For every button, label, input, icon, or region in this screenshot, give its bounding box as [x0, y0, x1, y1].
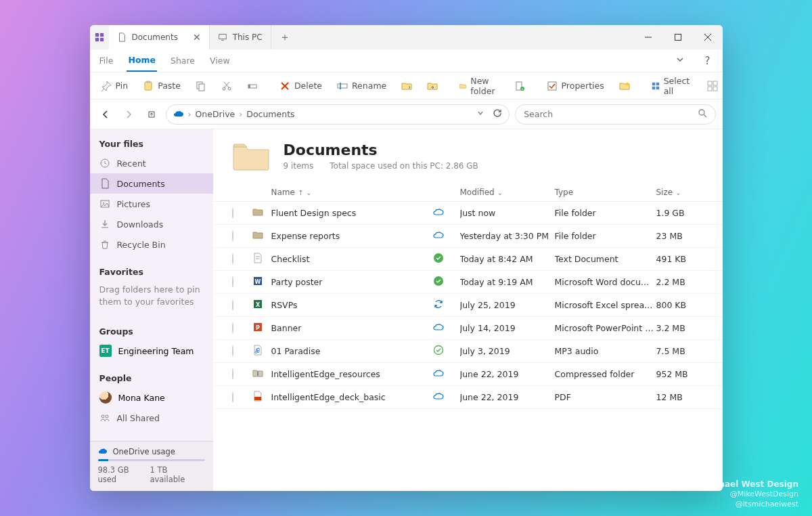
file-type: Compressed folder — [555, 369, 656, 379]
svg-rect-12 — [199, 84, 204, 91]
svg-rect-31 — [656, 86, 658, 89]
select-all-button[interactable]: Select all — [648, 73, 697, 99]
forward-button[interactable] — [120, 106, 137, 123]
breadcrumb[interactable]: › OneDrive › Documents — [166, 104, 510, 125]
row-select-icon[interactable] — [232, 391, 233, 403]
back-button[interactable] — [97, 106, 114, 123]
svg-text:W: W — [254, 279, 261, 285]
properties-icon — [547, 81, 558, 91]
table-row[interactable]: Fluent Design specsJust nowFile folder1.… — [213, 202, 723, 225]
row-select-icon[interactable] — [232, 345, 233, 357]
copy-button[interactable] — [191, 78, 210, 94]
sidebar-item-recent[interactable]: Recent — [90, 153, 213, 173]
copy-icon — [196, 81, 206, 91]
sidebar-footer: OneDrive usage 98.3 GB used 1 TB availab… — [90, 441, 213, 491]
column-name[interactable]: Name↑⌄ — [271, 188, 433, 197]
help-button[interactable]: ? — [701, 55, 715, 67]
row-select-icon[interactable] — [232, 207, 233, 219]
sidebar-item-documents[interactable]: Documents — [90, 173, 213, 194]
file-type: File folder — [555, 208, 656, 218]
tab-this-pc[interactable]: This PC — [210, 25, 271, 49]
svg-rect-30 — [652, 86, 654, 89]
menu-share[interactable]: Share — [169, 50, 196, 71]
menu-file[interactable]: File — [98, 50, 115, 71]
move-to-button[interactable] — [397, 78, 416, 94]
row-select-icon[interactable] — [232, 368, 233, 380]
svg-rect-22 — [340, 83, 341, 89]
search-box[interactable] — [515, 104, 715, 125]
file-modified: Yesterday at 3:30 PM — [460, 231, 555, 241]
recycle-icon — [99, 239, 110, 250]
new-tab-button[interactable]: ＋ — [271, 25, 298, 49]
tab-documents[interactable]: Documents✕ — [109, 25, 210, 49]
crumb-dropdown-icon[interactable] — [476, 109, 484, 119]
sync-status-icon — [433, 345, 444, 356]
crumb-leaf[interactable]: Documents — [246, 109, 294, 119]
svg-rect-33 — [713, 81, 717, 85]
sync-status-icon — [433, 253, 444, 263]
search-input[interactable] — [524, 109, 692, 119]
row-select-icon[interactable] — [232, 322, 233, 334]
open-button[interactable] — [615, 78, 634, 94]
table-row[interactable]: ChecklistToday at 8:42 AMText Document49… — [213, 248, 723, 271]
svg-point-47 — [106, 415, 108, 418]
file-modified: July 25, 2019 — [460, 300, 555, 310]
sidebar-item-pictures[interactable]: Pictures — [90, 194, 213, 214]
select-all-icon — [652, 81, 660, 91]
copy-path-button[interactable] — [243, 78, 262, 94]
properties-button[interactable]: Properties — [543, 78, 608, 94]
copy-to-button[interactable] — [423, 78, 442, 94]
row-select-icon[interactable] — [232, 276, 233, 288]
new-item-button[interactable]: + — [510, 78, 529, 94]
sidebar-item-recycle[interactable]: Recycle Bin — [90, 234, 213, 255]
close-button[interactable] — [693, 25, 723, 49]
pin-button[interactable]: Pin — [97, 78, 133, 94]
sidebar-group-engineering[interactable]: ETEngineering Team — [90, 341, 213, 361]
file-modified: Today at 9:19 AM — [460, 277, 555, 287]
file-name: IntelligentEdge_resources — [271, 369, 433, 379]
row-select-icon[interactable] — [232, 299, 233, 311]
refresh-button[interactable] — [493, 108, 502, 120]
crumb-root[interactable]: OneDrive — [196, 109, 235, 119]
rename-button[interactable]: Rename — [333, 78, 390, 94]
column-size[interactable]: Size⌄ — [656, 188, 704, 197]
table-row[interactable]: Expense reportsYesterday at 3:30 PMFile … — [213, 225, 723, 248]
row-select-icon[interactable] — [232, 230, 233, 242]
sync-status-icon — [433, 368, 444, 379]
item-count: 9 items — [284, 161, 314, 171]
table-row[interactable]: IntelligentEdge_resourcesJune 22, 2019Co… — [213, 363, 723, 386]
file-modified: June 22, 2019 — [460, 392, 555, 402]
sync-status-icon — [433, 322, 444, 332]
sidebar-person-mona[interactable]: Mona Kane — [90, 387, 213, 408]
menu-view[interactable]: View — [208, 50, 231, 71]
maximize-button[interactable] — [663, 25, 693, 49]
file-modified: June 22, 2019 — [460, 369, 555, 379]
table-row[interactable]: XRSVPsJuly 25, 2019Microsoft Excel sprea… — [213, 294, 723, 317]
titlebar: Documents✕This PC ＋ — [90, 25, 723, 49]
sidebar-item-downloads[interactable]: Downloads — [90, 214, 213, 234]
column-modified[interactable]: Modified⌄ — [460, 188, 555, 197]
table-row[interactable]: 01 ParadiseJuly 3, 2019MP3 audio7.5 MB — [213, 340, 723, 363]
up-button[interactable] — [143, 106, 160, 123]
cut-button[interactable] — [217, 78, 236, 94]
tab-close-icon[interactable]: ✕ — [193, 32, 201, 43]
table-row[interactable]: IntelligentEdge_deck_basicJune 22, 2019P… — [213, 386, 723, 409]
table-row[interactable]: PBannerJuly 14, 2019Microsoft PowerPoint… — [213, 317, 723, 340]
column-type[interactable]: Type — [555, 188, 656, 197]
content-area: Documents 9 items Total space used on th… — [213, 129, 723, 491]
sidebar-item-all-shared[interactable]: All Shared — [90, 408, 213, 428]
table-row[interactable]: WParty posterToday at 9:19 AMMicrosoft W… — [213, 271, 723, 294]
select-none-button[interactable] — [703, 78, 722, 94]
minimize-button[interactable] — [633, 25, 663, 49]
row-select-icon[interactable] — [232, 253, 233, 265]
file-explorer-window: Documents✕This PC ＋ File Home Share View… — [90, 25, 723, 491]
file-size: 12 MB — [656, 392, 704, 402]
delete-button[interactable]: Delete — [275, 78, 326, 94]
ribbon-collapse-icon[interactable] — [671, 55, 689, 66]
menu-home[interactable]: Home — [127, 49, 157, 72]
svg-rect-4 — [219, 35, 226, 39]
paste-button[interactable]: Paste — [139, 78, 185, 94]
new-folder-button[interactable]: New folder — [455, 73, 503, 99]
space-used: Total space used on this PC: 2.86 GB — [330, 161, 478, 171]
file-size: 2.2 MB — [656, 277, 704, 287]
